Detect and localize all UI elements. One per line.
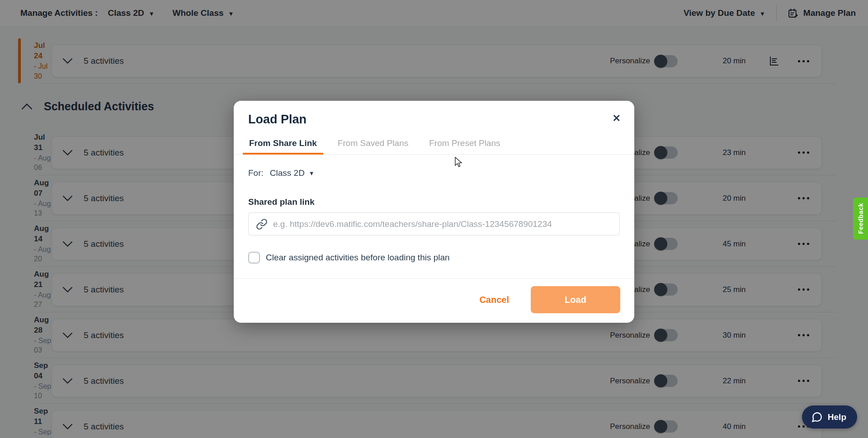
help-label: Help	[828, 412, 846, 422]
feedback-tab[interactable]: Feedback	[853, 198, 868, 240]
caret-down-icon: ▼	[309, 170, 315, 177]
cancel-button[interactable]: Cancel	[479, 295, 509, 305]
chat-bubble-icon	[811, 411, 823, 423]
feedback-label: Feedback	[857, 203, 864, 234]
clear-activities-label: Clear assigned activities before loading…	[266, 253, 450, 263]
for-class-dropdown[interactable]: Class 2D ▼	[270, 168, 315, 178]
modal-footer: Cancel Load	[234, 278, 634, 323]
load-button[interactable]: Load	[531, 286, 620, 313]
shared-plan-link-label: Shared plan link	[248, 197, 620, 207]
tab-from-preset-plans[interactable]: From Preset Plans	[428, 138, 501, 154]
for-class-value: Class 2D	[270, 168, 305, 178]
modal-title: Load Plan	[248, 113, 620, 127]
tab-from-saved-plans[interactable]: From Saved Plans	[337, 138, 409, 154]
load-plan-modal: Load Plan ✕ From Share Link From Saved P…	[234, 101, 634, 323]
help-button[interactable]: Help	[802, 405, 857, 429]
close-icon[interactable]: ✕	[613, 113, 621, 123]
clear-activities-checkbox[interactable]	[248, 252, 260, 264]
shared-plan-link-field	[248, 212, 620, 235]
tab-from-share-link[interactable]: From Share Link	[248, 138, 318, 154]
shared-plan-link-input[interactable]	[273, 219, 613, 229]
for-label: For:	[248, 168, 264, 178]
modal-tabs: From Share Link From Saved Plans From Pr…	[234, 138, 634, 155]
link-icon	[256, 218, 268, 230]
